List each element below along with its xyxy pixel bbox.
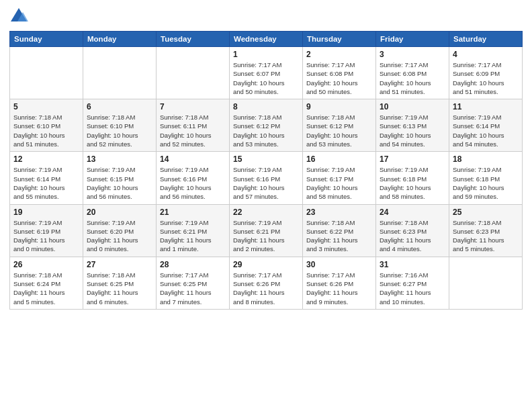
- day-number: 13: [87, 154, 152, 164]
- calendar-cell: 10Sunrise: 7:19 AM Sunset: 6:13 PM Dayli…: [376, 99, 449, 152]
- weekday-header: Sunday: [10, 32, 83, 47]
- calendar-cell: 26Sunrise: 7:18 AM Sunset: 6:24 PM Dayli…: [10, 257, 83, 309]
- day-number: 29: [233, 260, 299, 269]
- day-number: 28: [160, 260, 226, 269]
- day-number: 3: [380, 50, 445, 59]
- calendar-cell: 19Sunrise: 7:19 AM Sunset: 6:19 PM Dayli…: [10, 204, 83, 257]
- day-number: 10: [380, 102, 445, 111]
- calendar-cell: 18Sunrise: 7:19 AM Sunset: 6:18 PM Dayli…: [449, 152, 523, 204]
- day-info: Sunrise: 7:18 AM Sunset: 6:10 PM Dayligh…: [87, 113, 152, 148]
- day-info: Sunrise: 7:18 AM Sunset: 6:23 PM Dayligh…: [453, 218, 519, 254]
- calendar-cell: [10, 47, 83, 99]
- calendar-cell: 28Sunrise: 7:17 AM Sunset: 6:25 PM Dayli…: [157, 257, 230, 309]
- day-info: Sunrise: 7:18 AM Sunset: 6:12 PM Dayligh…: [233, 113, 299, 148]
- calendar-cell: 25Sunrise: 7:18 AM Sunset: 6:23 PM Dayli…: [449, 204, 523, 257]
- day-info: Sunrise: 7:19 AM Sunset: 6:21 PM Dayligh…: [160, 218, 226, 254]
- day-number: 22: [233, 208, 299, 217]
- day-number: 16: [306, 154, 372, 164]
- calendar-cell: 8Sunrise: 7:18 AM Sunset: 6:12 PM Daylig…: [230, 99, 303, 152]
- day-number: 18: [453, 154, 519, 164]
- calendar-page: SundayMondayTuesdayWednesdayThursdayFrid…: [0, 0, 532, 411]
- day-info: Sunrise: 7:17 AM Sunset: 6:09 PM Dayligh…: [453, 60, 519, 96]
- day-info: Sunrise: 7:17 AM Sunset: 6:26 PM Dayligh…: [306, 271, 372, 306]
- calendar-cell: 16Sunrise: 7:19 AM Sunset: 6:17 PM Dayli…: [303, 152, 376, 204]
- calendar-cell: 24Sunrise: 7:18 AM Sunset: 6:23 PM Dayli…: [376, 204, 449, 257]
- calendar-week-row: 26Sunrise: 7:18 AM Sunset: 6:24 PM Dayli…: [10, 257, 523, 309]
- weekday-header: Thursday: [303, 32, 376, 47]
- calendar-cell: 4Sunrise: 7:17 AM Sunset: 6:09 PM Daylig…: [449, 47, 523, 99]
- day-number: 4: [453, 50, 519, 59]
- calendar-cell: 7Sunrise: 7:18 AM Sunset: 6:11 PM Daylig…: [157, 99, 230, 152]
- calendar-cell: [83, 47, 157, 99]
- day-info: Sunrise: 7:19 AM Sunset: 6:18 PM Dayligh…: [453, 165, 519, 201]
- day-number: 6: [87, 102, 152, 111]
- calendar-week-row: 5Sunrise: 7:18 AM Sunset: 6:10 PM Daylig…: [10, 99, 523, 152]
- calendar-cell: 29Sunrise: 7:17 AM Sunset: 6:26 PM Dayli…: [230, 257, 303, 309]
- day-info: Sunrise: 7:19 AM Sunset: 6:15 PM Dayligh…: [87, 165, 152, 201]
- calendar-week-row: 19Sunrise: 7:19 AM Sunset: 6:19 PM Dayli…: [10, 204, 523, 257]
- day-number: 8: [233, 102, 299, 111]
- calendar-week-row: 12Sunrise: 7:19 AM Sunset: 6:14 PM Dayli…: [10, 152, 523, 204]
- day-info: Sunrise: 7:16 AM Sunset: 6:27 PM Dayligh…: [380, 271, 445, 306]
- day-number: 31: [380, 260, 445, 269]
- day-number: 26: [13, 260, 79, 269]
- calendar-cell: 14Sunrise: 7:19 AM Sunset: 6:16 PM Dayli…: [157, 152, 230, 204]
- day-number: 27: [87, 260, 152, 269]
- calendar-cell: 23Sunrise: 7:18 AM Sunset: 6:22 PM Dayli…: [303, 204, 376, 257]
- day-info: Sunrise: 7:19 AM Sunset: 6:14 PM Dayligh…: [13, 165, 79, 201]
- calendar-cell: 9Sunrise: 7:18 AM Sunset: 6:12 PM Daylig…: [303, 99, 376, 152]
- day-number: 1: [233, 50, 299, 59]
- day-info: Sunrise: 7:19 AM Sunset: 6:18 PM Dayligh…: [380, 165, 445, 201]
- day-info: Sunrise: 7:19 AM Sunset: 6:14 PM Dayligh…: [453, 113, 519, 148]
- day-info: Sunrise: 7:17 AM Sunset: 6:07 PM Dayligh…: [233, 60, 299, 96]
- day-info: Sunrise: 7:19 AM Sunset: 6:19 PM Dayligh…: [13, 218, 79, 254]
- calendar-cell: [157, 47, 230, 99]
- calendar-cell: 13Sunrise: 7:19 AM Sunset: 6:15 PM Dayli…: [83, 152, 157, 204]
- day-info: Sunrise: 7:18 AM Sunset: 6:25 PM Dayligh…: [87, 271, 152, 306]
- day-number: 25: [453, 208, 519, 217]
- day-info: Sunrise: 7:18 AM Sunset: 6:11 PM Dayligh…: [160, 113, 226, 148]
- day-number: 9: [306, 102, 372, 111]
- day-number: 14: [160, 154, 226, 164]
- calendar-cell: 27Sunrise: 7:18 AM Sunset: 6:25 PM Dayli…: [83, 257, 157, 309]
- calendar-cell: 20Sunrise: 7:19 AM Sunset: 6:20 PM Dayli…: [83, 204, 157, 257]
- day-info: Sunrise: 7:19 AM Sunset: 6:16 PM Dayligh…: [233, 165, 299, 201]
- weekday-header: Monday: [83, 32, 157, 47]
- day-number: 17: [380, 154, 445, 164]
- calendar-cell: 3Sunrise: 7:17 AM Sunset: 6:08 PM Daylig…: [376, 47, 449, 99]
- day-info: Sunrise: 7:17 AM Sunset: 6:26 PM Dayligh…: [233, 271, 299, 306]
- day-info: Sunrise: 7:18 AM Sunset: 6:24 PM Dayligh…: [13, 271, 79, 306]
- day-number: 5: [13, 102, 79, 111]
- weekday-header: Friday: [376, 32, 449, 47]
- day-number: 7: [160, 102, 226, 111]
- calendar-cell: [449, 257, 523, 309]
- day-info: Sunrise: 7:18 AM Sunset: 6:22 PM Dayligh…: [306, 218, 372, 254]
- day-number: 20: [87, 208, 152, 217]
- logo: [9, 7, 30, 26]
- weekday-header: Wednesday: [230, 32, 303, 47]
- day-info: Sunrise: 7:19 AM Sunset: 6:13 PM Dayligh…: [380, 113, 445, 148]
- weekday-header: Tuesday: [157, 32, 230, 47]
- day-number: 11: [453, 102, 519, 111]
- calendar-cell: 2Sunrise: 7:17 AM Sunset: 6:08 PM Daylig…: [303, 47, 376, 99]
- day-number: 24: [380, 208, 445, 217]
- header: [9, 7, 523, 26]
- weekday-header-row: SundayMondayTuesdayWednesdayThursdayFrid…: [10, 32, 523, 47]
- calendar-cell: 5Sunrise: 7:18 AM Sunset: 6:10 PM Daylig…: [10, 99, 83, 152]
- day-info: Sunrise: 7:18 AM Sunset: 6:10 PM Dayligh…: [13, 113, 79, 148]
- calendar-week-row: 1Sunrise: 7:17 AM Sunset: 6:07 PM Daylig…: [10, 47, 523, 99]
- day-info: Sunrise: 7:19 AM Sunset: 6:17 PM Dayligh…: [306, 165, 372, 201]
- calendar-table: SundayMondayTuesdayWednesdayThursdayFrid…: [9, 31, 523, 310]
- calendar-cell: 15Sunrise: 7:19 AM Sunset: 6:16 PM Dayli…: [230, 152, 303, 204]
- calendar-cell: 22Sunrise: 7:19 AM Sunset: 6:21 PM Dayli…: [230, 204, 303, 257]
- calendar-cell: 30Sunrise: 7:17 AM Sunset: 6:26 PM Dayli…: [303, 257, 376, 309]
- calendar-cell: 6Sunrise: 7:18 AM Sunset: 6:10 PM Daylig…: [83, 99, 157, 152]
- day-info: Sunrise: 7:17 AM Sunset: 6:08 PM Dayligh…: [306, 60, 372, 96]
- day-number: 19: [13, 208, 79, 217]
- calendar-cell: 21Sunrise: 7:19 AM Sunset: 6:21 PM Dayli…: [157, 204, 230, 257]
- day-number: 23: [306, 208, 372, 217]
- weekday-header: Saturday: [449, 32, 523, 47]
- day-number: 21: [160, 208, 226, 217]
- calendar-cell: 11Sunrise: 7:19 AM Sunset: 6:14 PM Dayli…: [449, 99, 523, 152]
- logo-icon: [9, 7, 28, 26]
